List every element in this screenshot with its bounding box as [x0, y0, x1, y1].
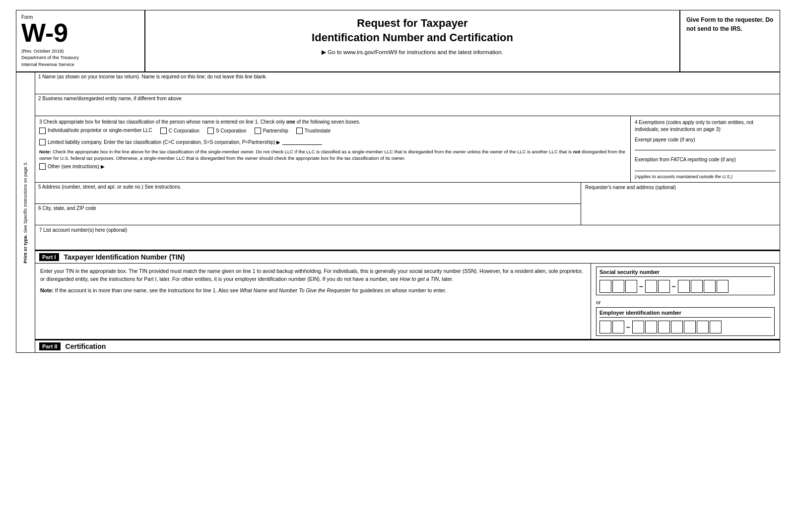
w9-form: Form W-9 (Rev. October 2018) Department … — [16, 10, 780, 353]
ein-cell-5[interactable] — [658, 321, 670, 333]
section3-wrapper: 3 Check appropriate box for federal tax … — [35, 116, 780, 183]
line5-input[interactable] — [35, 190, 581, 203]
section3-main: 3 Check appropriate box for federal tax … — [35, 116, 631, 182]
ssn-box: Social security number – — [596, 266, 775, 295]
ssn-part2 — [645, 280, 670, 293]
line2-input[interactable] — [35, 102, 780, 116]
line4-label: 4 Exemptions (codes apply only to certai… — [635, 119, 776, 133]
dept: Department of the Treasury — [21, 54, 139, 61]
ssn-cell-6[interactable] — [678, 280, 690, 293]
line1-field: 1 Name (as shown on your income tax retu… — [35, 72, 780, 94]
ein-part2 — [632, 321, 722, 333]
checkbox-c-corp[interactable] — [160, 128, 167, 134]
fatca-label: Exemption from FATCA reporting code (if … — [635, 156, 776, 163]
ein-cell-9[interactable] — [710, 321, 722, 333]
line6-label: 6 City, state, and ZIP code — [35, 204, 581, 211]
checkbox-trust-item: Trust/estate — [296, 128, 331, 134]
or-text: or — [596, 299, 775, 305]
checkboxes-types-row: C Corporation S Corporation Partnership — [160, 128, 331, 134]
line7-label: 7 List account number(s) here (optional) — [39, 227, 127, 233]
ein-cell-6[interactable] — [671, 321, 683, 333]
note-not: not — [573, 149, 581, 154]
line6-field: 6 City, state, and ZIP code — [35, 204, 581, 225]
line7-field: 7 List account number(s) here (optional) — [35, 225, 780, 250]
checkbox-partnership[interactable] — [255, 128, 261, 134]
address-section: 5 Address (number, street, and apt. or s… — [35, 183, 780, 225]
ein-cell-4[interactable] — [645, 321, 657, 333]
ssn-part3 — [678, 280, 729, 293]
header-right: Give Form to the requester. Do not send … — [680, 10, 780, 71]
ssn-cell-3[interactable] — [625, 280, 637, 293]
exempt-payee-line — [635, 143, 776, 150]
llc-input-line — [282, 139, 322, 145]
ssn-label: Social security number — [599, 269, 771, 277]
line6-input[interactable] — [35, 211, 581, 225]
checkbox-individual-label: Individual/sole proprietor or single-mem… — [48, 128, 152, 133]
line1-input[interactable] — [35, 80, 780, 94]
form-body: Print or type. See Specific Instructions… — [16, 72, 780, 352]
part1-text-block: Enter your TIN in the appropriate box. T… — [35, 264, 591, 339]
checkbox-llc[interactable] — [39, 139, 46, 145]
line1-label: 1 Name (as shown on your income tax retu… — [35, 72, 780, 80]
requester-label: Requester's name and address (optional) — [585, 185, 676, 190]
form-header: Form W-9 (Rev. October 2018) Department … — [16, 10, 780, 72]
fatca-line — [635, 164, 776, 171]
note-bold: Note: — [39, 149, 51, 154]
note-text: Note: Check the appropriate box in the l… — [39, 148, 626, 162]
checkbox-individual[interactable] — [39, 128, 46, 134]
part1-tin-section: Social security number – — [591, 264, 780, 339]
irs: Internal Revenue Service — [21, 61, 139, 67]
checkbox-partnership-item: Partnership — [255, 128, 288, 134]
form-number: W-9 — [21, 20, 68, 46]
line5-label: 5 Address (number, street, and apt. or s… — [35, 183, 581, 190]
part2-label: Part II — [39, 342, 61, 350]
ein-cell-3[interactable] — [632, 321, 644, 333]
note-body1: Check the appropriate box in the line ab… — [53, 149, 572, 154]
header-center: Request for Taxpayer Identification Numb… — [145, 10, 680, 71]
ein-cell-1[interactable] — [599, 321, 611, 333]
ssn-cell-5[interactable] — [658, 280, 670, 293]
line3-header: 3 Check appropriate box for federal tax … — [39, 119, 626, 125]
ein-label: Employer identification number — [599, 310, 771, 318]
go-to-link: ▶ Go to www.irs.gov/FormW9 for instructi… — [155, 49, 669, 56]
checkboxes-main-row: Individual/sole proprietor or single-mem… — [39, 128, 626, 136]
ssn-grid: – – — [599, 280, 771, 293]
give-form-text: Give Form to the requester. Do not send … — [686, 16, 773, 32]
fatca-note: (Applies to accounts maintained outside … — [635, 174, 776, 179]
checkbox-s-corp-item: S Corporation — [207, 128, 247, 134]
checkbox-other[interactable] — [39, 163, 46, 170]
checkbox-trust[interactable] — [296, 128, 303, 134]
ein-grid: – — [599, 321, 771, 333]
part1-note: Note: If the account is in more than one… — [40, 287, 586, 295]
ssn-cell-1[interactable] — [599, 280, 611, 293]
addr-left: 5 Address (number, street, and apt. or s… — [35, 183, 581, 225]
line2-label: 2 Business name/disregarded entity name,… — [35, 94, 780, 102]
ssn-dash1: – — [637, 282, 645, 290]
llc-label: Limited liability company. Enter the tax… — [48, 139, 280, 145]
ein-cell-7[interactable] — [684, 321, 696, 333]
ein-dash: – — [624, 323, 632, 331]
checkbox-s-corp-label: S Corporation — [216, 128, 247, 133]
form-title: W-9 — [21, 20, 139, 46]
ssn-cell-9[interactable] — [717, 280, 729, 293]
part1-label: Part I — [39, 253, 59, 261]
checkbox-s-corp[interactable] — [207, 128, 214, 134]
exempt-payee-label: Exempt payee code (if any) — [635, 137, 776, 142]
requester-address: Requester's name and address (optional) — [581, 183, 780, 225]
part1-body: Enter your TIN in the appropriate box. T… — [35, 264, 780, 339]
ssn-part1 — [599, 280, 637, 293]
ein-part1 — [599, 321, 624, 333]
ssn-cell-7[interactable] — [691, 280, 703, 293]
part2-header-row: Part II Certification — [35, 339, 780, 352]
form-fields: 1 Name (as shown on your income tax retu… — [35, 72, 780, 352]
ein-cell-8[interactable] — [697, 321, 709, 333]
rev-date: (Rev. October 2018) — [21, 48, 139, 54]
checkbox-c-corp-item: C Corporation — [160, 128, 199, 134]
ssn-cell-4[interactable] — [645, 280, 657, 293]
part1-para1: Enter your TIN in the appropriate box. T… — [40, 267, 586, 283]
checkbox-individual-item: Individual/sole proprietor or single-mem… — [39, 128, 152, 134]
checkbox-trust-label: Trust/estate — [305, 128, 331, 133]
ein-cell-2[interactable] — [612, 321, 624, 333]
ssn-cell-8[interactable] — [704, 280, 716, 293]
ssn-cell-2[interactable] — [612, 280, 624, 293]
